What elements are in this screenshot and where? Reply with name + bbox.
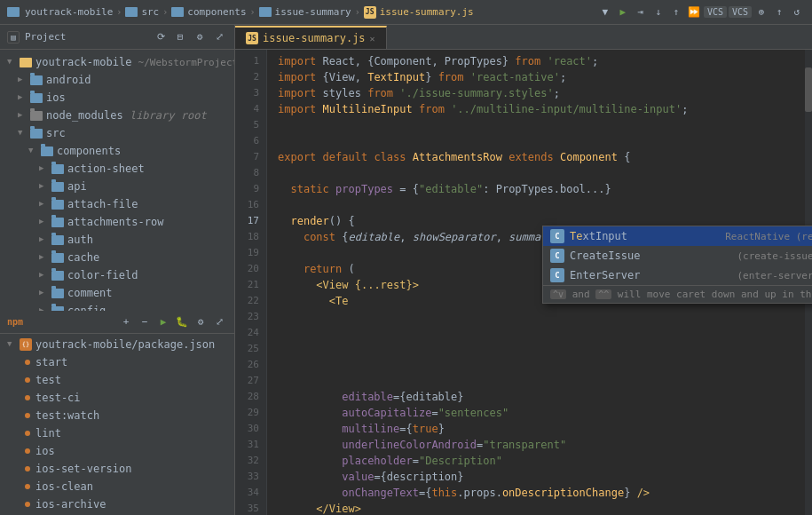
label-cache: cache	[67, 251, 99, 264]
collapse-all-btn[interactable]: ⊟	[172, 29, 188, 45]
editor-tab-issue-summary[interactable]: JS issue-summary.js ✕	[235, 26, 387, 49]
folder-icon-node-modules	[30, 111, 43, 121]
ln-20: 20	[235, 261, 266, 277]
ac-icon-enterserver: C	[550, 268, 564, 282]
title-bar: youtrack-mobile › src › components › iss…	[0, 0, 812, 25]
sidebar-header-icons: ⟳ ⊟ ⚙ ⤢	[153, 29, 227, 45]
npm-settings-btn[interactable]: ⚙	[193, 314, 209, 330]
editor-area: JS issue-summary.js ✕ 1 2 3 4 5 6 7 8 9 …	[235, 25, 812, 515]
npm-script-ios[interactable]: ios	[0, 442, 234, 460]
file-tree: youtrack-mobile ~/WebstormProjects/ andr…	[0, 50, 234, 311]
ln-19: 19	[235, 245, 266, 261]
tree-item-cache[interactable]: cache	[0, 249, 234, 266]
tree-arrow-comment	[39, 288, 50, 298]
tree-arrow-node-modules	[18, 110, 28, 121]
script-dot-lint	[25, 431, 30, 436]
breadcrumb-youtrack-mobile: youtrack-mobile	[25, 6, 113, 18]
ac-key-up: ^^	[595, 289, 611, 299]
rollback-btn[interactable]: ↺	[789, 4, 805, 20]
tree-arrow-api	[39, 181, 50, 192]
npm-file-arrow	[7, 339, 18, 350]
ac-source-textinput: ReactNative (react-native.js, react-nati…	[707, 231, 812, 242]
npm-script-ios-archive[interactable]: ios-archive	[0, 495, 234, 513]
tree-item-node-modules[interactable]: node_modules library root	[0, 107, 234, 124]
toolbar-right: ▼ ▶ ⇥ ↓ ↑ ⏩ VCS VCS ⊕ ↑ ↺	[597, 4, 805, 20]
code-line-8	[267, 165, 812, 181]
npm-script-label-ios-set-version: ios-set-version	[35, 463, 131, 475]
editor-tabs: JS issue-summary.js ✕	[235, 25, 812, 50]
npm-script-test[interactable]: test	[0, 371, 234, 389]
tab-close-btn[interactable]: ✕	[370, 34, 375, 44]
tree-item-components[interactable]: components	[0, 142, 234, 160]
ln-4: 4	[235, 101, 266, 117]
tree-item-action-sheet[interactable]: action-sheet	[0, 160, 234, 178]
ln-24: 24	[235, 325, 266, 341]
npm-script-label-test-ci: test-ci	[35, 392, 81, 404]
tree-arrow-color-field	[39, 270, 50, 281]
label-config: config	[67, 305, 106, 311]
tree-item-color-field[interactable]: color-field	[0, 266, 234, 284]
label-auth: auth	[67, 234, 93, 246]
label-node-modules: node_modules library root	[46, 109, 207, 122]
npm-add-btn[interactable]: +	[118, 314, 134, 330]
npm-expand-btn[interactable]: ⤢	[211, 314, 227, 330]
folder-icon-root	[7, 7, 20, 17]
npm-script-label-ios-archive: ios-archive	[35, 498, 106, 511]
tree-item-attach-file[interactable]: attach-file	[0, 195, 234, 213]
code-editor[interactable]: 1 2 3 4 5 6 7 8 9 16 17 18 19 20 21 22 2	[235, 50, 812, 515]
npm-script-lint[interactable]: lint	[0, 424, 234, 442]
npm-script-test-watch[interactable]: test:watch	[0, 407, 234, 424]
project-icon: ▤	[7, 31, 20, 44]
npm-file-item[interactable]: {} youtrack-mobile/package.json	[0, 336, 234, 353]
npm-script-start[interactable]: start	[0, 353, 234, 371]
step-out-btn[interactable]: ↑	[668, 4, 684, 20]
sync-btn[interactable]: ⟳	[153, 29, 169, 45]
vcs-badge-2: VCS	[729, 6, 752, 18]
dropdown-btn[interactable]: ▼	[597, 4, 613, 20]
git-push-btn[interactable]: ↑	[771, 4, 787, 20]
ln-8: 8	[235, 165, 266, 181]
folder-icon-auth	[51, 235, 64, 245]
settings-btn[interactable]: ⚙	[192, 29, 208, 45]
code-line-4: import MultilineInput from '../multiline…	[267, 101, 812, 117]
tree-item-root[interactable]: youtrack-mobile ~/WebstormProjects/	[0, 53, 234, 71]
expand-btn[interactable]: ⤢	[211, 29, 227, 45]
tree-item-auth[interactable]: auth	[0, 231, 234, 249]
ac-footer-text: ^v and ^^ will move caret down and up in…	[550, 289, 812, 300]
tree-item-android[interactable]: android	[0, 71, 234, 89]
npm-script-label-ios-clean: ios-clean	[35, 480, 93, 493]
tree-item-ios[interactable]: ios	[0, 89, 234, 107]
tree-item-config[interactable]: config	[0, 302, 234, 311]
label-android: android	[46, 74, 91, 86]
code-line-34: onChangeText={this.props.onDescriptionCh…	[267, 485, 812, 501]
ln-27: 27	[235, 373, 266, 389]
ac-key-down: ^v	[550, 289, 566, 299]
ac-item-textinput[interactable]: C TextInput ReactNative (react-native.js…	[543, 226, 812, 246]
npm-json-icon: {}	[20, 338, 32, 351]
git-icon[interactable]: ⊕	[753, 4, 769, 20]
npm-run-btn[interactable]: ▶	[155, 314, 171, 330]
tree-item-attachments-row[interactable]: attachments-row	[0, 213, 234, 231]
run-btn[interactable]: ▶	[615, 4, 631, 20]
ac-item-createissue[interactable]: C CreateIssue (create-issue.js, src/view…	[543, 246, 812, 265]
code-line-5	[267, 117, 812, 133]
folder-icon-attach-file	[51, 200, 64, 210]
npm-remove-btn[interactable]: −	[137, 314, 153, 330]
tree-arrow-src	[18, 128, 28, 139]
npm-script-test-ci[interactable]: test-ci	[0, 389, 234, 407]
tree-item-src[interactable]: src	[0, 124, 234, 142]
step-into-btn[interactable]: ↓	[650, 4, 666, 20]
tree-item-comment[interactable]: comment	[0, 284, 234, 302]
tree-item-api[interactable]: api	[0, 178, 234, 195]
npm-section: npm + − ▶ 🐛 ⚙ ⤢ {} youtrack-mobile/packa…	[0, 311, 234, 515]
code-lines[interactable]: import React, {Component, PropTypes} fro…	[267, 50, 812, 515]
scrollbar-thumb	[805, 67, 812, 112]
npm-debug-btn[interactable]: 🐛	[174, 314, 190, 330]
sidebar: ▤ Project ⟳ ⊟ ⚙ ⤢ youtrack-mobile ~/Webs…	[0, 25, 235, 515]
ln-17: 17	[235, 213, 266, 229]
npm-script-ios-clean[interactable]: ios-clean	[0, 478, 234, 495]
ac-item-enterserver[interactable]: C EnterServer (enter-server.js, src/view…	[543, 265, 812, 285]
step-over-btn[interactable]: ⇥	[633, 4, 649, 20]
resume-btn[interactable]: ⏩	[686, 4, 702, 20]
npm-script-ios-set-version[interactable]: ios-set-version	[0, 460, 234, 478]
